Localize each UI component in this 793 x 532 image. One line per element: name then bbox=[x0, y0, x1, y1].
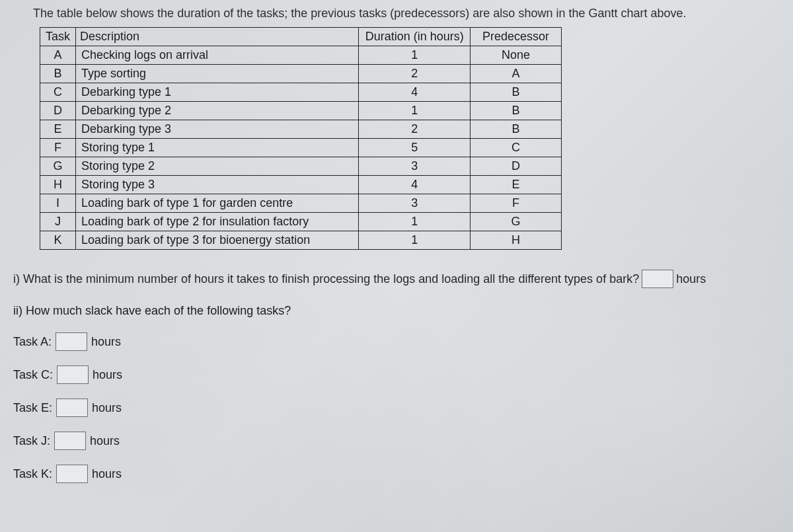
cell-description: Type sorting bbox=[76, 65, 359, 83]
slack-j-input[interactable] bbox=[54, 432, 86, 450]
table-row: B Type sorting 2 A bbox=[40, 65, 562, 83]
slack-unit: hours bbox=[92, 467, 122, 481]
cell-task: D bbox=[40, 102, 76, 120]
question-i-text: i) What is the minimum number of hours i… bbox=[13, 272, 639, 286]
cell-description: Loading bark of type 3 for bioenergy sta… bbox=[76, 231, 359, 250]
question-i: i) What is the minimum number of hours i… bbox=[13, 270, 780, 288]
cell-task: G bbox=[40, 157, 76, 176]
q1-answer-input[interactable] bbox=[642, 270, 673, 288]
cell-description: Checking logs on arrival bbox=[76, 46, 359, 65]
cell-duration: 5 bbox=[359, 139, 471, 157]
cell-duration: 2 bbox=[359, 65, 471, 83]
slack-row-e: Task E: hours bbox=[13, 399, 780, 417]
cell-duration: 3 bbox=[359, 157, 471, 176]
cell-predecessor: H bbox=[471, 231, 562, 250]
cell-task: E bbox=[40, 120, 76, 139]
table-row: G Storing type 2 3 D bbox=[40, 157, 562, 176]
cell-predecessor: D bbox=[471, 157, 562, 176]
cell-predecessor: C bbox=[471, 139, 562, 157]
cell-task: I bbox=[40, 194, 76, 213]
cell-description: Loading bark of type 2 for insulation fa… bbox=[76, 213, 359, 231]
cell-task: C bbox=[40, 83, 76, 102]
cell-predecessor: A bbox=[471, 65, 562, 83]
cell-predecessor: F bbox=[471, 194, 562, 213]
header-duration: Duration (in hours) bbox=[359, 28, 471, 46]
cell-task: A bbox=[40, 46, 76, 65]
cell-duration: 1 bbox=[359, 231, 471, 250]
cell-predecessor: B bbox=[471, 83, 562, 102]
slack-a-input[interactable] bbox=[56, 332, 87, 351]
table-row: K Loading bark of type 3 for bioenergy s… bbox=[40, 231, 562, 250]
table-row: J Loading bark of type 2 for insulation … bbox=[40, 213, 562, 231]
cell-predecessor: B bbox=[471, 120, 562, 139]
cell-predecessor: B bbox=[471, 102, 562, 120]
slack-label: Task K: bbox=[13, 467, 52, 481]
cell-task: J bbox=[40, 213, 76, 231]
cell-task: H bbox=[40, 176, 76, 194]
cell-duration: 1 bbox=[359, 102, 471, 120]
cell-duration: 4 bbox=[359, 83, 471, 102]
cell-predecessor: E bbox=[471, 176, 562, 194]
header-description: Description bbox=[76, 28, 359, 46]
slack-unit: hours bbox=[92, 401, 122, 415]
cell-duration: 1 bbox=[359, 46, 471, 65]
question-ii-text: ii) How much slack have each of the foll… bbox=[13, 304, 780, 318]
cell-description: Storing type 3 bbox=[76, 176, 359, 194]
table-row: E Debarking type 3 2 B bbox=[40, 120, 562, 139]
slack-row-k: Task K: hours bbox=[13, 465, 780, 483]
q1-unit: hours bbox=[676, 272, 706, 286]
slack-row-a: Task A: hours bbox=[13, 332, 780, 351]
slack-e-input[interactable] bbox=[56, 399, 88, 417]
intro-text: The table below shows the duration of th… bbox=[33, 7, 780, 20]
cell-duration: 2 bbox=[359, 120, 471, 139]
cell-task: B bbox=[40, 65, 76, 83]
cell-predecessor: G bbox=[471, 213, 562, 231]
table-row: I Loading bark of type 1 for garden cent… bbox=[40, 194, 562, 213]
table-row: C Debarking type 1 4 B bbox=[40, 83, 562, 102]
slack-unit: hours bbox=[93, 368, 122, 382]
slack-row-j: Task J: hours bbox=[13, 432, 780, 450]
cell-task: K bbox=[40, 231, 76, 250]
table-row: D Debarking type 2 1 B bbox=[40, 102, 562, 120]
table-row: F Storing type 1 5 C bbox=[40, 139, 562, 157]
cell-predecessor: None bbox=[471, 46, 562, 65]
slack-row-c: Task C: hours bbox=[13, 365, 780, 384]
cell-duration: 4 bbox=[359, 176, 471, 194]
cell-description: Debarking type 1 bbox=[76, 83, 359, 102]
cell-description: Storing type 1 bbox=[76, 139, 359, 157]
cell-duration: 3 bbox=[359, 194, 471, 213]
task-table: Task Description Duration (in hours) Pre… bbox=[40, 27, 562, 250]
slack-label: Task C: bbox=[13, 368, 53, 382]
cell-duration: 1 bbox=[359, 213, 471, 231]
cell-description: Debarking type 2 bbox=[76, 102, 359, 120]
slack-unit: hours bbox=[91, 335, 121, 349]
slack-label: Task E: bbox=[13, 401, 52, 415]
slack-label: Task J: bbox=[13, 434, 50, 448]
slack-label: Task A: bbox=[13, 335, 52, 349]
slack-k-input[interactable] bbox=[56, 465, 88, 483]
cell-description: Loading bark of type 1 for garden centre bbox=[76, 194, 359, 213]
table-row: H Storing type 3 4 E bbox=[40, 176, 562, 194]
cell-description: Storing type 2 bbox=[76, 157, 359, 176]
slack-unit: hours bbox=[90, 434, 120, 448]
cell-description: Debarking type 3 bbox=[76, 120, 359, 139]
header-predecessor: Predecessor bbox=[471, 28, 562, 46]
table-row: A Checking logs on arrival 1 None bbox=[40, 46, 562, 65]
slack-c-input[interactable] bbox=[57, 365, 89, 384]
header-task: Task bbox=[40, 28, 76, 46]
cell-task: F bbox=[40, 139, 76, 157]
